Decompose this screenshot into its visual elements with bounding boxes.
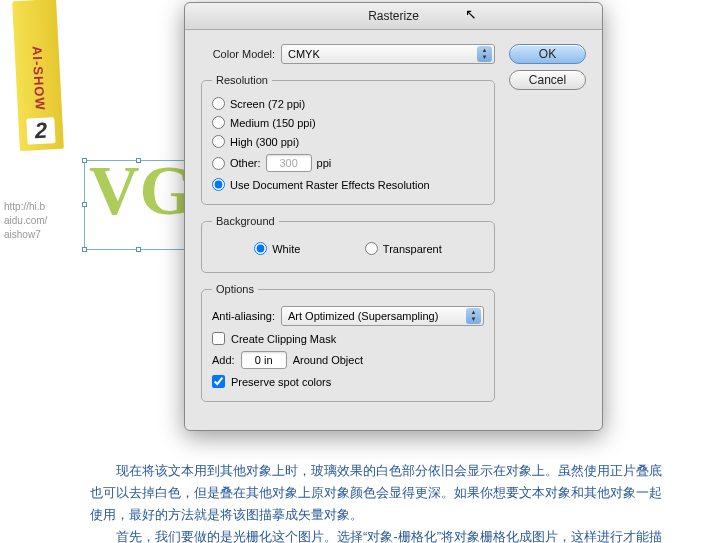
preserve-spot-label: Preserve spot colors [231,376,331,388]
selected-artwork[interactable]: VG [84,160,194,250]
dialog-title: Rasterize ↖ [185,3,602,30]
sidebar-tag-text: AI-SHOW绝招 [27,45,48,113]
ok-button[interactable]: OK [509,44,586,64]
selection-handle[interactable] [136,247,141,252]
resolution-fieldset: Resolution Screen (72 ppi) Medium (150 p… [201,74,495,205]
dropdown-arrows-icon: ▲▼ [477,46,492,62]
resolution-other-label: Other: [230,157,261,169]
resolution-screen-label: Screen (72 ppi) [230,98,305,110]
ppi-label: ppi [317,157,332,169]
resolution-other-input[interactable] [266,154,312,172]
add-label: Add: [212,354,235,366]
color-model-dropdown[interactable]: CMYK ▲▼ [281,44,495,64]
resolution-medium-label: Medium (150 ppi) [230,117,316,129]
background-white-label: White [272,243,300,255]
selection-handle[interactable] [82,247,87,252]
options-fieldset: Options Anti-aliasing: Art Optimized (Su… [201,283,495,402]
resolution-document-label: Use Document Raster Effects Resolution [230,179,430,191]
anti-aliasing-value: Art Optimized (Supersampling) [288,310,438,322]
dropdown-arrows-icon: ▲▼ [466,308,481,324]
preserve-spot-checkbox[interactable] [212,375,225,388]
selection-handle[interactable] [82,202,87,207]
selection-handle[interactable] [82,158,87,163]
sidebar-tag: AI-SHOW绝招 2 [12,0,64,151]
background-white-radio[interactable] [254,242,267,255]
cancel-button[interactable]: Cancel [509,70,586,90]
resolution-high-label: High (300 ppi) [230,136,299,148]
sidebar-number: 2 [26,117,55,144]
cursor-icon: ↖ [465,6,477,22]
anti-aliasing-label: Anti-aliasing: [212,310,275,322]
resolution-document-radio[interactable] [212,178,225,191]
color-model-value: CMYK [288,48,320,60]
para-2: 首先，我们要做的是光栅化这个图片。选择“对象-栅格化”将对象栅格化成图片，这样进… [90,526,671,543]
resolution-screen-radio[interactable] [212,97,225,110]
resolution-legend: Resolution [212,74,272,86]
background-transparent-radio[interactable] [365,242,378,255]
selection-handle[interactable] [136,158,141,163]
color-model-label: Color Model: [201,48,275,60]
clipping-mask-checkbox[interactable] [212,332,225,345]
artwork-content: VG [85,161,193,221]
around-label: Around Object [293,354,363,366]
rasterize-dialog: Rasterize ↖ Color Model: CMYK ▲▼ Resolut… [184,2,603,431]
add-input[interactable] [241,351,287,369]
options-legend: Options [212,283,258,295]
resolution-high-radio[interactable] [212,135,225,148]
url-caption: http://hi.b aidu.com/ aishow7 [4,200,47,242]
anti-aliasing-dropdown[interactable]: Art Optimized (Supersampling) ▲▼ [281,306,484,326]
background-fieldset: Background White Transparent [201,215,495,273]
background-transparent-label: Transparent [383,243,442,255]
background-legend: Background [212,215,279,227]
description-text: 现在将该文本用到其他对象上时，玻璃效果的白色部分依旧会显示在对象上。虽然使用正片… [90,460,671,543]
resolution-other-radio[interactable] [212,157,225,170]
resolution-medium-radio[interactable] [212,116,225,129]
clipping-mask-label: Create Clipping Mask [231,333,336,345]
para-1: 现在将该文本用到其他对象上时，玻璃效果的白色部分依旧会显示在对象上。虽然使用正片… [90,460,671,526]
